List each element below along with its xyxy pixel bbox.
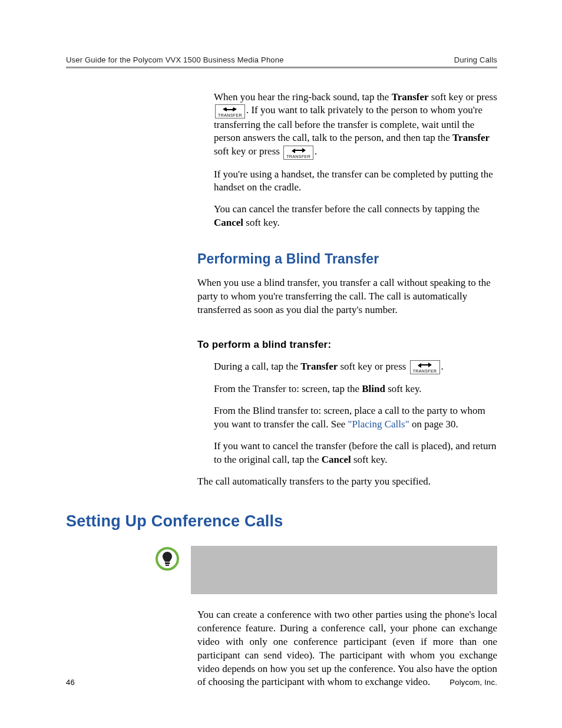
softkey-name: Blind: [362, 383, 385, 394]
svg-marker-7: [428, 363, 432, 367]
transfer-key-icon: TRANSFER: [283, 146, 313, 160]
svg-marker-8: [418, 363, 421, 368]
body-content: When you hear the ring-back sound, tap t…: [197, 91, 497, 489]
note-block: [154, 546, 497, 594]
header-left: User Guide for the Polycom VVX 1500 Busi…: [66, 55, 284, 64]
svg-rect-11: [166, 565, 169, 566]
page-footer: 46 Polycom, Inc.: [66, 678, 497, 687]
paragraph: If you're using a handset, the transfer …: [214, 168, 497, 195]
softkey-name: Transfer: [392, 91, 429, 103]
header-right: During Calls: [454, 55, 497, 64]
tip-icon: [154, 546, 180, 574]
paragraph: You can cancel the transfer before the c…: [214, 203, 497, 230]
transfer-key-icon: TRANSFER: [410, 360, 440, 374]
company-name: Polycom, Inc.: [449, 678, 497, 687]
svg-marker-2: [223, 107, 226, 111]
text: .: [315, 146, 317, 157]
softkey-name: Transfer: [452, 132, 490, 143]
page-number: 46: [66, 678, 75, 687]
svg-marker-1: [233, 107, 237, 111]
svg-marker-5: [292, 149, 295, 153]
text: soft key or press: [338, 361, 408, 372]
paragraph: When you hear the ring-back sound, tap t…: [214, 91, 497, 160]
svg-marker-4: [302, 148, 306, 153]
header-rule: [66, 67, 497, 68]
page-header: User Guide for the Polycom VVX 1500 Busi…: [66, 55, 497, 64]
step: From the Transfer to: screen, tap the Bl…: [214, 383, 497, 396]
softkey-name: Cancel: [214, 217, 243, 228]
heading-conference-calls: Setting Up Conference Calls: [66, 512, 497, 531]
body-content: You can create a conference with two oth…: [197, 608, 497, 690]
paragraph: When you use a blind transfer, you trans…: [197, 276, 497, 317]
svg-rect-10: [165, 562, 170, 564]
key-label: TRANSFER: [286, 154, 310, 159]
paragraph: The call automatically transfers to the …: [197, 475, 497, 489]
text: . If you want to talk privately to the p…: [214, 104, 482, 143]
steps-heading: To perform a blind transfer:: [197, 338, 497, 352]
key-label: TRANSFER: [413, 369, 437, 373]
page: User Guide for the Polycom VVX 1500 Busi…: [0, 0, 562, 728]
text: You can cancel the transfer before the c…: [214, 203, 480, 215]
text: soft key.: [351, 454, 388, 465]
paragraph: You can create a conference with two oth…: [197, 608, 497, 690]
text: soft key.: [243, 217, 280, 228]
text: .: [441, 361, 444, 372]
key-label: TRANSFER: [218, 113, 242, 117]
softkey-name: Cancel: [322, 454, 351, 465]
step: If you want to cancel the transfer (befo…: [214, 440, 497, 467]
softkey-name: Transfer: [300, 361, 338, 372]
step: During a call, tap the Transfer soft key…: [214, 360, 497, 374]
link-placing-calls[interactable]: "Placing Calls": [348, 419, 409, 430]
text: soft key or press: [214, 146, 282, 157]
step: From the Blind transfer to: screen, plac…: [214, 404, 497, 431]
text: on page 30.: [409, 419, 458, 430]
text: During a call, tap the: [214, 361, 300, 372]
text: soft key or press: [429, 91, 497, 103]
text: soft key.: [385, 383, 422, 394]
text: When you hear the ring-back sound, tap t…: [214, 91, 392, 103]
transfer-key-icon: TRANSFER: [215, 104, 245, 118]
heading-blind-transfer: Performing a Blind Transfer: [197, 250, 497, 268]
text: From the Transfer to: screen, tap the: [214, 383, 362, 394]
note-redacted: [191, 546, 497, 594]
